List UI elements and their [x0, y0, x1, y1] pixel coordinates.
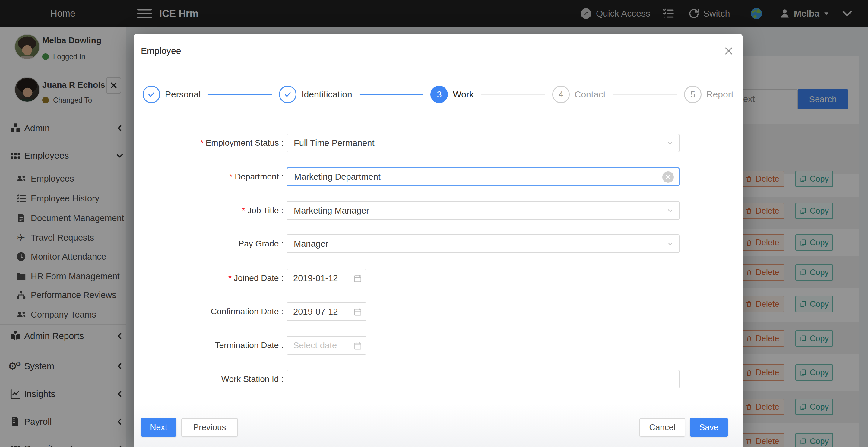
field-label: *Employment Status :: [134, 133, 283, 152]
field-label: *Joined Date :: [134, 269, 283, 288]
required-asterisk: *: [200, 138, 204, 148]
form-row-joined-date: *Joined Date : 2019-01-12: [134, 269, 743, 288]
termination-date-input[interactable]: Select date: [286, 336, 367, 355]
chevron-down-icon: [666, 240, 674, 248]
app-root: Home ICE Hrm Quick Access Switch Melba: [0, 0, 868, 447]
field-label: Termination Date :: [134, 336, 283, 355]
step-number: 5: [684, 86, 702, 103]
employee-modal: Employee Personal Identification 3 Work: [134, 34, 743, 447]
step-number: 3: [430, 86, 448, 103]
divider: [134, 67, 743, 68]
calendar-icon: [353, 307, 362, 317]
required-asterisk: *: [242, 206, 245, 215]
form-row-employment-status: *Employment Status : Full Time Permanent: [134, 133, 743, 152]
step-label: Work: [453, 89, 473, 99]
calendar-icon: [353, 274, 362, 283]
step-check-icon: [279, 86, 297, 103]
step-label: Report: [706, 89, 734, 99]
work-station-id-input[interactable]: [286, 370, 680, 388]
employment-status-select[interactable]: Full Time Permanent: [286, 133, 680, 152]
modal-close-button[interactable]: [723, 45, 735, 57]
step-label: Personal: [165, 89, 200, 99]
step-connector: [360, 94, 424, 95]
close-icon: [723, 45, 735, 57]
modal-title: Employee: [141, 34, 181, 68]
step-contact[interactable]: 4 Contact: [552, 86, 606, 103]
chevron-down-icon: [666, 207, 674, 214]
field-label: Confirmation Date :: [134, 302, 283, 321]
form-row-confirmation-date: Confirmation Date : 2019-07-12: [134, 302, 743, 321]
form-row-job-title: *Job Title : Marketing Manager: [134, 201, 743, 220]
step-label: Contact: [575, 89, 606, 99]
joined-date-input[interactable]: 2019-01-12: [286, 269, 367, 288]
chevron-down-icon: [666, 139, 674, 147]
select-value: Manager: [294, 239, 328, 249]
next-button[interactable]: Next: [141, 418, 177, 437]
divider: [134, 118, 743, 118]
modal-footer: Next Previous Cancel Save: [134, 404, 743, 447]
field-label: *Department :: [134, 168, 283, 186]
form-row-pay-grade: Pay Grade : Manager: [134, 234, 743, 253]
pay-grade-select[interactable]: Manager: [286, 234, 680, 253]
step-personal[interactable]: Personal: [143, 86, 200, 103]
clear-icon[interactable]: [662, 171, 674, 183]
form-row-termination-date: Termination Date : Select date: [134, 336, 743, 355]
step-work[interactable]: 3 Work: [430, 86, 473, 103]
field-label: *Job Title :: [134, 201, 283, 220]
date-value: 2019-07-12: [293, 307, 338, 317]
step-number: 4: [552, 86, 570, 103]
department-select[interactable]: Marketing Department: [286, 168, 680, 186]
form-row-work-station-id: Work Station Id :: [134, 370, 743, 388]
previous-button[interactable]: Previous: [181, 418, 238, 437]
cancel-button[interactable]: Cancel: [640, 418, 685, 437]
field-label: Work Station Id :: [134, 370, 283, 388]
step-check-icon: [143, 86, 160, 103]
select-value: Marketing Department: [294, 172, 381, 182]
step-connector: [208, 94, 272, 95]
confirmation-date-input[interactable]: 2019-07-12: [286, 302, 367, 321]
required-asterisk: *: [228, 273, 231, 282]
field-label: Pay Grade :: [134, 234, 283, 253]
wizard-steps: Personal Identification 3 Work 4 Contact…: [134, 73, 743, 116]
form-row-department: *Department : Marketing Department: [134, 168, 743, 186]
select-value: Marketing Manager: [294, 206, 369, 216]
step-report[interactable]: 5 Report: [684, 86, 734, 103]
step-identification[interactable]: Identification: [279, 86, 352, 103]
date-placeholder: Select date: [293, 340, 337, 351]
step-connector: [613, 94, 677, 95]
date-value: 2019-01-12: [293, 273, 338, 283]
select-value: Full Time Permanent: [294, 138, 375, 148]
save-button[interactable]: Save: [690, 418, 728, 437]
step-label: Identification: [301, 89, 352, 99]
step-connector: [481, 94, 545, 95]
job-title-select[interactable]: Marketing Manager: [286, 201, 680, 220]
required-asterisk: *: [229, 172, 232, 181]
calendar-icon: [353, 341, 362, 350]
